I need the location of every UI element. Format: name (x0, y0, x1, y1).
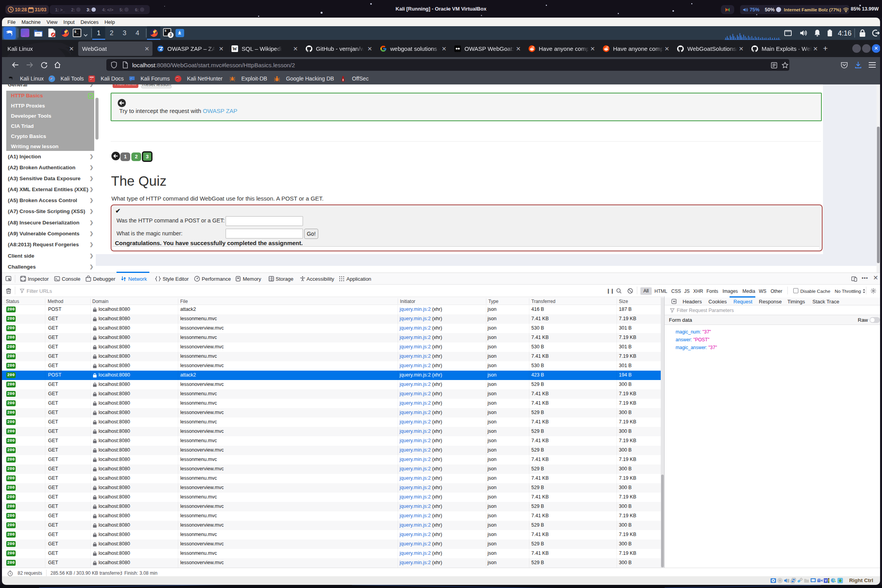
svg-text:W: W (233, 46, 237, 52)
svg-text:V: V (825, 579, 827, 583)
